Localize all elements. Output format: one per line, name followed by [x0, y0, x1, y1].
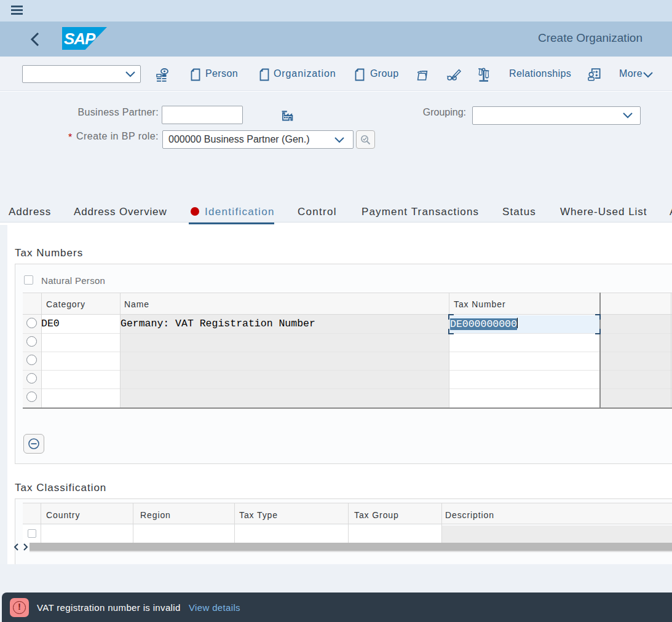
svg-text:SAP: SAP — [64, 30, 96, 48]
